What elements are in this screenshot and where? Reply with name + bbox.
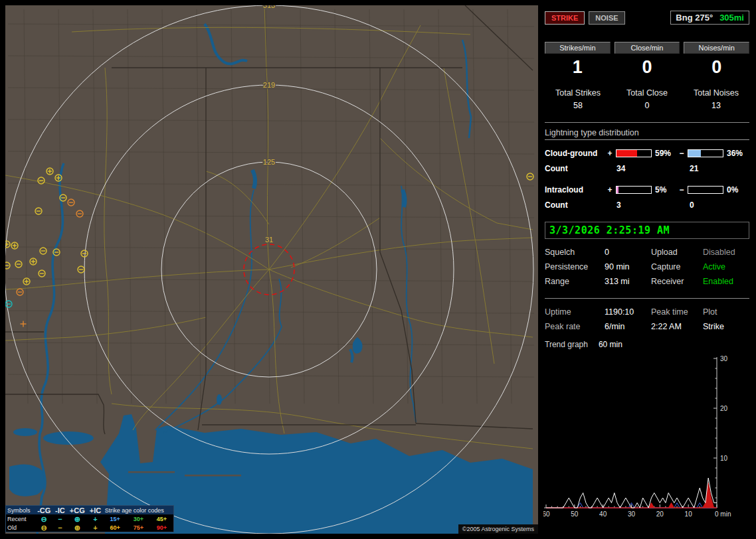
total-close-label: Total Close bbox=[613, 88, 682, 98]
range-value: 313 mi bbox=[605, 277, 651, 286]
uptime-label: Uptime bbox=[545, 307, 605, 317]
legend-recent-label: Recent bbox=[6, 514, 35, 523]
svg-text:40: 40 bbox=[599, 510, 607, 518]
svg-text:125: 125 bbox=[263, 158, 275, 166]
neg-cg-icon: ⊖ bbox=[35, 523, 53, 532]
sidebar: STRIKE NOISE Bng 275° 305mi Strikes/min … bbox=[543, 5, 751, 534]
trend-graph: 3020106050403020100 min bbox=[543, 352, 743, 524]
svg-text:10: 10 bbox=[685, 510, 693, 518]
peak-rate-label: Peak rate bbox=[545, 322, 605, 331]
range-label: Range bbox=[545, 277, 605, 286]
age-30: 30+ bbox=[127, 514, 150, 523]
capture-status: Active bbox=[703, 262, 749, 271]
trend-graph-value: 60 min bbox=[599, 340, 622, 349]
svg-text:60: 60 bbox=[543, 510, 550, 518]
count-label: Count bbox=[545, 200, 606, 210]
copyright-notice: ©2005 Astrogenic Systems bbox=[458, 524, 538, 534]
age-60: 60+ bbox=[104, 523, 127, 532]
plot-label: Plot bbox=[703, 307, 749, 317]
cg-negative-count: 21 bbox=[686, 164, 698, 173]
total-strikes-value: 58 bbox=[543, 101, 613, 110]
persistence-value: 90 min bbox=[605, 262, 651, 271]
peak-time-label: Peak time bbox=[651, 307, 703, 317]
rates-section: Strikes/min Close/min Noises/min 1 0 0 bbox=[543, 42, 751, 78]
pos-ic-icon: + bbox=[87, 523, 103, 532]
intracloud-row: Intracloud + 5% − 0% bbox=[545, 182, 749, 197]
noise-button[interactable]: NOISE bbox=[589, 11, 624, 25]
ic-negative-count: 0 bbox=[686, 200, 694, 210]
ic-negative-bar bbox=[688, 186, 723, 194]
uptime-value: 1190:10 bbox=[605, 307, 651, 317]
ic-positive-pct: 5% bbox=[654, 185, 678, 194]
nexstorm-window: 31321912531 Symbols -CG -IC +CG +IC Stri… bbox=[0, 0, 756, 539]
plus-sign: + bbox=[606, 149, 614, 158]
ic-positive-count: 3 bbox=[606, 200, 686, 210]
svg-text:31: 31 bbox=[265, 236, 273, 244]
map-canvas[interactable]: 31321912531 bbox=[5, 5, 538, 534]
receiver-label: Receiver bbox=[651, 277, 703, 286]
svg-text:313: 313 bbox=[263, 5, 275, 9]
status-section: Squelch 0 Upload Disabled Persistence 90… bbox=[545, 248, 749, 286]
cloud-ground-row: Cloud-ground + 59% − 36% bbox=[545, 145, 749, 161]
minus-sign: − bbox=[678, 185, 686, 194]
neg-cg-icon: ⊖ bbox=[35, 514, 53, 523]
distribution-section: Lightning type distribution Cloud-ground… bbox=[545, 128, 749, 212]
capture-label: Capture bbox=[651, 262, 703, 271]
svg-text:20: 20 bbox=[656, 510, 664, 518]
stats-section: Uptime 1190:10 Peak time Plot Peak rate … bbox=[545, 307, 749, 331]
cursor-range-value: 305mi bbox=[719, 13, 744, 23]
separator bbox=[545, 298, 749, 299]
svg-text:30: 30 bbox=[720, 355, 728, 362]
plot-value: Strike bbox=[703, 322, 749, 331]
strikes-per-min-value: 1 bbox=[545, 57, 611, 78]
intracloud-count-row: Count 3 0 bbox=[545, 197, 749, 212]
legend-col-pos-ic: +IC bbox=[87, 506, 103, 514]
plus-sign: + bbox=[606, 185, 614, 194]
count-label: Count bbox=[545, 164, 606, 173]
age-75: 75+ bbox=[127, 523, 150, 532]
pos-cg-icon: ⊕ bbox=[67, 514, 87, 523]
pos-ic-icon: + bbox=[87, 514, 103, 523]
svg-text:219: 219 bbox=[263, 81, 275, 89]
legend-col-neg-cg: -CG bbox=[35, 506, 53, 514]
legend-col-neg-ic: -IC bbox=[53, 506, 67, 514]
ic-positive-bar bbox=[616, 186, 652, 194]
pos-cg-icon: ⊕ bbox=[67, 523, 87, 532]
intracloud-label: Intracloud bbox=[545, 185, 606, 194]
squelch-label: Squelch bbox=[545, 248, 605, 257]
close-per-min-label: Close/min bbox=[614, 42, 680, 54]
cg-positive-bar bbox=[616, 149, 652, 157]
noises-per-min-value: 0 bbox=[684, 57, 749, 78]
cloud-ground-label: Cloud-ground bbox=[545, 149, 606, 158]
display-mode-row: STRIKE NOISE Bng 275° 305mi bbox=[545, 11, 749, 25]
total-strikes-label: Total Strikes bbox=[543, 88, 613, 98]
legend-old-label: Old bbox=[6, 523, 35, 532]
map-legend: Symbols -CG -IC +CG +IC Strike age color… bbox=[5, 505, 174, 532]
strike-button[interactable]: STRIKE bbox=[545, 11, 585, 25]
total-close-value: 0 bbox=[613, 101, 682, 110]
svg-text:30: 30 bbox=[628, 510, 636, 518]
svg-text:10: 10 bbox=[720, 455, 728, 462]
total-noises-value: 13 bbox=[682, 101, 751, 110]
noises-per-min-label: Noises/min bbox=[684, 42, 749, 54]
trend-header: Trend graph 60 min bbox=[545, 340, 749, 349]
svg-text:20: 20 bbox=[720, 405, 728, 412]
cloud-ground-count-row: Count 34 21 bbox=[545, 161, 749, 176]
separator bbox=[545, 122, 749, 123]
upload-status: Disabled bbox=[703, 248, 749, 257]
strikes-per-min-label: Strikes/min bbox=[545, 42, 611, 54]
age-90: 90+ bbox=[150, 523, 173, 532]
bearing-value: Bng 275° bbox=[676, 13, 713, 23]
squelch-value: 0 bbox=[605, 248, 651, 257]
trend-graph-label: Trend graph bbox=[545, 340, 588, 349]
ic-negative-pct: 0% bbox=[725, 185, 749, 194]
lightning-map[interactable]: 31321912531 Symbols -CG -IC +CG +IC Stri… bbox=[5, 5, 538, 534]
distribution-title: Lightning type distribution bbox=[545, 128, 749, 140]
total-noises-label: Total Noises bbox=[682, 88, 751, 98]
upload-label: Upload bbox=[651, 248, 703, 257]
persistence-label: Persistence bbox=[545, 262, 605, 271]
legend-age-title: Strike age color codes bbox=[104, 506, 173, 514]
age-15: 15+ bbox=[104, 514, 127, 523]
peak-time-value: 2:22 AM bbox=[651, 322, 703, 331]
neg-ic-icon: − bbox=[53, 514, 67, 523]
